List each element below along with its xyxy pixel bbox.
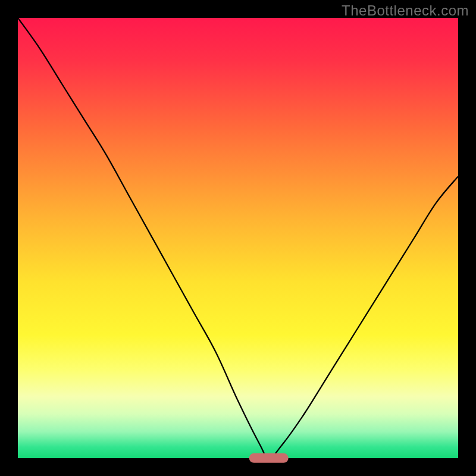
plot-area: [18, 18, 458, 458]
bottleneck-curve: [18, 18, 458, 458]
optimal-marker: [249, 453, 289, 463]
watermark-text: TheBottleneck.com: [342, 2, 469, 19]
curve-path: [18, 18, 458, 458]
chart-stage: TheBottleneck.com: [0, 0, 476, 476]
